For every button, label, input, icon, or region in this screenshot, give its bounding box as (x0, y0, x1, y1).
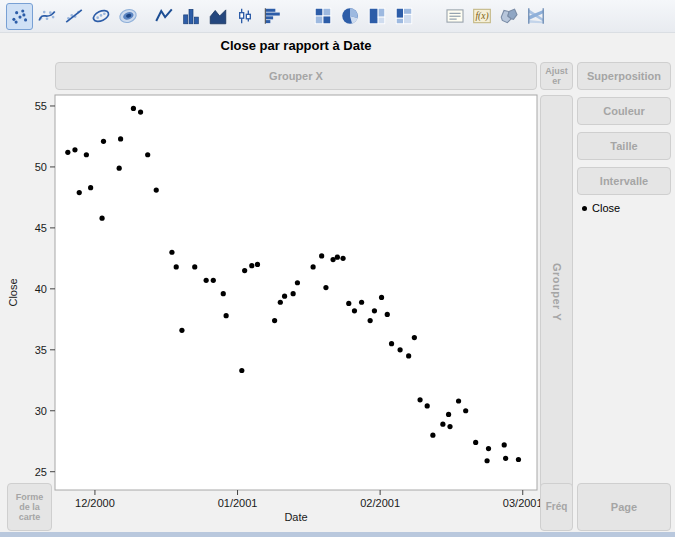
dropzone-group-y[interactable]: Grouper Y (540, 95, 573, 490)
toolbar-button-map-shapes[interactable] (495, 3, 522, 30)
data-point (204, 278, 209, 283)
data-point (72, 147, 77, 152)
line-of-fit-icon (64, 6, 84, 26)
data-point (323, 285, 328, 290)
data-point (174, 264, 179, 269)
data-point (101, 139, 106, 144)
data-point (440, 422, 445, 427)
toolbar-button-points[interactable] (6, 3, 33, 30)
page-title: Close par rapport à Date (0, 38, 592, 53)
toolbar-button-heatmap[interactable] (309, 3, 336, 30)
data-point (335, 255, 340, 260)
data-point (88, 185, 93, 190)
data-point (368, 318, 373, 323)
dropzone-freq[interactable]: Fréq (540, 483, 573, 531)
toolbar-button-smoother[interactable] (33, 3, 60, 30)
data-point (77, 190, 82, 195)
toolbar-button-pie-chart[interactable] (336, 3, 363, 30)
toolbar-button-area-chart[interactable] (204, 3, 231, 30)
data-point (352, 308, 357, 313)
toolbar-button-parallel-plot[interactable] (522, 3, 549, 30)
dropzone-intervalle[interactable]: Intervalle (577, 167, 671, 195)
toolbar-button-box-plot[interactable] (231, 3, 258, 30)
data-point (398, 347, 403, 352)
y-tick-label: 40 (35, 283, 47, 295)
dropzone-superposition[interactable]: Superposition (577, 62, 671, 90)
toolbar-button-treemap[interactable] (363, 3, 390, 30)
data-point (346, 301, 351, 306)
y-tick-label: 50 (35, 161, 47, 173)
histogram-icon (262, 6, 282, 26)
map-shapes-icon (499, 6, 519, 26)
data-point (379, 295, 384, 300)
svg-text:f(x): f(x) (475, 11, 488, 22)
data-point (425, 403, 430, 408)
data-point (430, 433, 435, 438)
data-point (372, 308, 377, 313)
smoother-icon (37, 6, 57, 26)
toolbar-button-contour[interactable] (114, 3, 141, 30)
data-point (211, 278, 216, 283)
toolbar-button-ellipse[interactable] (87, 3, 114, 30)
data-point (446, 412, 451, 417)
treemap-icon (367, 6, 387, 26)
data-point (145, 152, 150, 157)
data-point (224, 313, 229, 318)
toolbar-button-bar-chart[interactable] (177, 3, 204, 30)
data-point (65, 150, 70, 155)
data-point (99, 216, 104, 221)
data-point (516, 457, 521, 462)
data-point (389, 341, 394, 346)
legend-item-close[interactable]: Close (582, 202, 620, 214)
data-point (502, 442, 507, 447)
toolbar-button-histogram[interactable] (258, 3, 285, 30)
bar-chart-icon (181, 6, 201, 26)
plot-area[interactable] (55, 95, 537, 490)
toolbar-button-caption-box[interactable] (441, 3, 468, 30)
data-point (278, 300, 283, 305)
data-point (179, 328, 184, 333)
data-point (311, 264, 316, 269)
data-point (192, 264, 197, 269)
legend-label: Close (592, 202, 620, 214)
x-tick-label: 01/2001 (218, 497, 258, 509)
data-point (131, 106, 136, 111)
toolbar-button-line-chart[interactable] (150, 3, 177, 30)
y-tick-label: 25 (35, 466, 47, 478)
dropzone-map-shape[interactable]: Forme de la carte (7, 483, 52, 531)
dropzone-taille[interactable]: Taille (577, 132, 671, 160)
x-tick-label: 03/2001 (503, 497, 543, 509)
data-point (295, 280, 300, 285)
data-point (456, 398, 461, 403)
data-point (385, 312, 390, 317)
data-point (117, 166, 122, 171)
chart-type-toolbar: f(x) (0, 0, 675, 33)
y-axis-label: Close (7, 278, 19, 306)
dropzone-group-x[interactable]: Grouper X (55, 62, 537, 90)
mosaic-icon (394, 6, 414, 26)
data-point (282, 294, 287, 299)
graph-builder-window: { "title": "Close par rapport à Date", "… (0, 0, 675, 537)
data-point (486, 446, 491, 451)
data-point (473, 440, 478, 445)
dropzone-ajuster[interactable]: Ajuster (540, 62, 573, 90)
dropzone-couleur[interactable]: Couleur (577, 97, 671, 125)
data-point (503, 456, 508, 461)
dropzone-page[interactable]: Page (577, 483, 671, 531)
toolbar-button-formula[interactable]: f(x) (468, 3, 495, 30)
box-plot-icon (235, 6, 255, 26)
y-tick-label: 45 (35, 222, 47, 234)
data-point (484, 458, 489, 463)
data-point (359, 300, 364, 305)
x-tick-label: 02/2001 (360, 497, 400, 509)
toolbar-button-line-of-fit[interactable] (60, 3, 87, 30)
data-point (249, 263, 254, 268)
parallel-plot-icon (526, 6, 546, 26)
toolbar-button-mosaic[interactable] (390, 3, 417, 30)
data-point (138, 109, 143, 114)
y-tick-label: 30 (35, 405, 47, 417)
data-point (242, 268, 247, 273)
caption-box-icon (445, 6, 465, 26)
data-point (169, 250, 174, 255)
data-point (154, 187, 159, 192)
